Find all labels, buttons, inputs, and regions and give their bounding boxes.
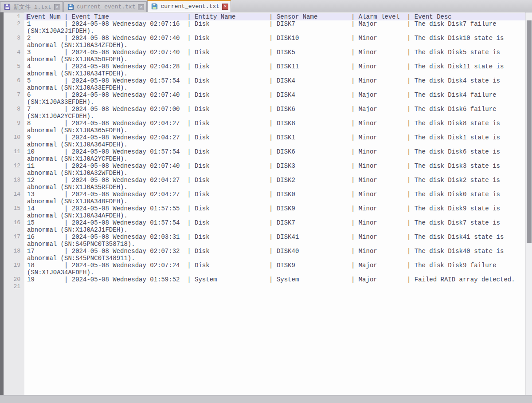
text-line[interactable]: 4 | 2024-05-08 Wednesday 02:04:28 | Disk… [24, 63, 525, 77]
editor-line: 54 | 2024-05-08 Wednesday 02:04:28 | Dis… [0, 63, 532, 77]
editor-line: 1615 | 2024-05-08 Wednesday 01:57:54 | D… [0, 219, 532, 233]
close-icon[interactable]: ✕ [138, 4, 144, 10]
text-line-current[interactable]: Event Num | Event Time | Entity Name | S… [24, 13, 525, 20]
editor-line: 2019 | 2024-05-08 Wednesday 01:59:52 | S… [0, 276, 532, 283]
editor-lines: 1Event Num | Event Time | Entity Name | … [0, 13, 532, 290]
text-line[interactable]: 6 | 2024-05-08 Wednesday 02:07:40 | Disk… [24, 91, 525, 106]
line-number: 19 [0, 262, 24, 276]
text-line[interactable]: 12 | 2024-05-08 Wednesday 02:04:27 | Dis… [24, 177, 525, 191]
text-line[interactable]: 16 | 2024-05-08 Wednesday 02:03:31 | Dis… [24, 233, 525, 248]
line-number: 21 [0, 283, 24, 290]
line-number: 10 [0, 134, 24, 148]
line-number: 18 [0, 248, 24, 262]
line-number: 5 [0, 63, 24, 77]
line-number: 8 [0, 106, 24, 120]
line-number: 9 [0, 120, 24, 134]
horizontal-scrollbar[interactable] [0, 395, 532, 403]
scrollbar-thumb[interactable] [527, 20, 532, 243]
text-line[interactable]: 7 | 2024-05-08 Wednesday 02:07:00 | Disk… [24, 106, 525, 120]
line-number: 2 [0, 20, 24, 35]
editor-line: 21 [0, 283, 532, 290]
tab-bar: 新文件 1.txt ✕ current_event.txt ✕ current_… [0, 0, 532, 12]
text-line[interactable]: 11 | 2024-05-08 Wednesday 02:07:40 | Dis… [24, 162, 525, 177]
text-line[interactable]: 17 | 2024-05-08 Wednesday 02:07:32 | Dis… [24, 248, 525, 262]
line-number: 16 [0, 219, 24, 233]
text-caret [27, 14, 27, 20]
text-line[interactable]: 3 | 2024-05-08 Wednesday 02:07:40 | Disk… [24, 49, 525, 63]
editor-line: 1Event Num | Event Time | Entity Name | … [0, 13, 532, 20]
floppy-blue-icon [67, 4, 74, 10]
text-line[interactable]: 5 | 2024-05-08 Wednesday 01:57:54 | Disk… [24, 77, 525, 91]
editor-line: 65 | 2024-05-08 Wednesday 01:57:54 | Dis… [0, 77, 532, 91]
text-line[interactable]: 10 | 2024-05-08 Wednesday 01:57:54 | Dis… [24, 148, 525, 162]
line-number: 3 [0, 35, 24, 49]
text-line[interactable]: 1 | 2024-05-08 Wednesday 02:07:16 | Disk… [24, 20, 525, 35]
editor-line: 76 | 2024-05-08 Wednesday 02:07:40 | Dis… [0, 91, 532, 106]
editor-line: 1413 | 2024-05-08 Wednesday 02:04:27 | D… [0, 191, 532, 205]
editor-line: 98 | 2024-05-08 Wednesday 02:04:27 | Dis… [0, 120, 532, 134]
editor-line: 21 | 2024-05-08 Wednesday 02:07:16 | Dis… [0, 20, 532, 35]
line-number: 20 [0, 276, 24, 283]
editor-line: 32 | 2024-05-08 Wednesday 02:07:40 | Dis… [0, 35, 532, 49]
tab-label: current_event.txt [77, 4, 136, 10]
floppy-purple-icon [4, 4, 11, 10]
close-icon[interactable]: ✕ [222, 4, 228, 10]
editor-line: 1110 | 2024-05-08 Wednesday 01:57:54 | D… [0, 148, 532, 162]
floppy-green-icon [151, 3, 158, 10]
line-number: 4 [0, 49, 24, 63]
editor-line: 43 | 2024-05-08 Wednesday 02:07:40 | Dis… [0, 49, 532, 63]
text-line[interactable]: 8 | 2024-05-08 Wednesday 02:04:27 | Disk… [24, 120, 525, 134]
tab-label: 新文件 1.txt [13, 3, 51, 11]
tab-current-event-1[interactable]: current_event.txt ✕ [63, 1, 147, 12]
line-number: 14 [0, 191, 24, 205]
editor-line: 1312 | 2024-05-08 Wednesday 02:04:27 | D… [0, 177, 532, 191]
tab-new-file-1[interactable]: 新文件 1.txt ✕ [0, 1, 63, 12]
line-number: 12 [0, 162, 24, 177]
text-line[interactable]: 13 | 2024-05-08 Wednesday 02:04:27 | Dis… [24, 191, 525, 205]
line-number: 7 [0, 91, 24, 106]
text-line[interactable]: 15 | 2024-05-08 Wednesday 01:57:54 | Dis… [24, 219, 525, 233]
text-line[interactable]: 18 | 2024-05-08 Wednesday 02:07:24 | Dis… [24, 262, 525, 276]
text-line[interactable]: 19 | 2024-05-08 Wednesday 01:59:52 | Sys… [24, 276, 525, 283]
line-number: 13 [0, 177, 24, 191]
tab-current-event-active[interactable]: current_event.txt ✕ [147, 0, 231, 12]
text-line[interactable]: 14 | 2024-05-08 Wednesday 01:57:55 | Dis… [24, 205, 525, 219]
tab-label: current_event.txt [160, 3, 219, 10]
editor-line: 1716 | 2024-05-08 Wednesday 02:03:31 | D… [0, 233, 532, 248]
editor[interactable]: 1Event Num | Event Time | Entity Name | … [0, 12, 532, 395]
editor-line: 109 | 2024-05-08 Wednesday 02:04:27 | Di… [0, 134, 532, 148]
line-number: 11 [0, 148, 24, 162]
text-line[interactable] [24, 283, 525, 290]
line-number: 17 [0, 233, 24, 248]
editor-line: 1211 | 2024-05-08 Wednesday 02:07:40 | D… [0, 162, 532, 177]
line-number: 1 [0, 13, 24, 20]
close-icon[interactable]: ✕ [54, 4, 60, 10]
vertical-scrollbar[interactable] [525, 12, 532, 395]
editor-line: 1918 | 2024-05-08 Wednesday 02:07:24 | D… [0, 262, 532, 276]
line-number: 6 [0, 77, 24, 91]
editor-line: 1514 | 2024-05-08 Wednesday 01:57:55 | D… [0, 205, 532, 219]
editor-line: 87 | 2024-05-08 Wednesday 02:07:00 | Dis… [0, 106, 532, 120]
text-line[interactable]: 2 | 2024-05-08 Wednesday 02:07:40 | Disk… [24, 35, 525, 49]
line-number: 15 [0, 205, 24, 219]
text-line[interactable]: 9 | 2024-05-08 Wednesday 02:04:27 | Disk… [24, 134, 525, 148]
editor-line: 1817 | 2024-05-08 Wednesday 02:07:32 | D… [0, 248, 532, 262]
